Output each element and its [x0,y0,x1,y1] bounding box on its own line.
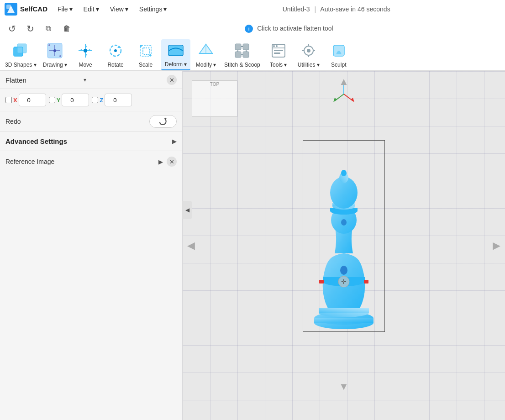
utilities-label: Utilities ▾ [298,62,320,68]
tool-modify[interactable]: Modify ▾ [191,39,221,70]
svg-rect-31 [235,44,241,50]
deform-icon [167,41,185,59]
3d-shapes-label: 3D Shapes ▾ [5,62,37,68]
tool-move[interactable]: Move [71,39,100,70]
z-label: Z [100,97,103,104]
tools-icon [269,42,288,60]
viewport-inset: TOP [192,80,237,117]
secondary-toolbar: ↺ ↻ ⧉ 🗑 i Click to activate flatten tool [0,18,505,39]
advanced-settings-section[interactable]: Advanced Settings ▶ [0,131,182,151]
xyz-row: X Y Z [0,89,182,111]
panel-header: Flatten ▾ ✕ [0,71,182,89]
tool-stitch-scoop[interactable]: Stitch & Scoop [221,39,263,70]
menu-file[interactable]: File ▾ [52,0,78,18]
reference-image-arrow[interactable]: ▶ [158,158,163,165]
nav-arrow-bottom[interactable]: ▼ [339,381,349,393]
utilities-icon [300,42,318,60]
logo-icon [5,3,17,16]
redo-row: Redo [0,111,182,131]
logo-text: SelfCAD [20,5,47,13]
svg-point-11 [59,55,61,57]
svg-marker-30 [200,44,212,53]
svg-rect-34 [243,52,249,58]
svg-rect-33 [235,52,241,58]
flatten-dropdown-arrow[interactable]: ▾ [84,77,86,83]
advanced-settings-arrow: ▶ [172,138,177,145]
scale-label: Scale [139,62,153,68]
redo-button[interactable] [149,115,177,128]
redo-toolbar-button[interactable]: ↻ [22,21,38,37]
x-axis-group: X [5,94,46,106]
reference-image-label: Reference Image [5,158,158,165]
stitch-scoop-icon [233,42,251,60]
svg-rect-32 [243,44,249,50]
x-checkbox[interactable] [5,97,12,103]
panel-close-button[interactable]: ✕ [167,75,177,85]
app-logo[interactable]: SelfCAD [5,3,47,16]
z-checkbox[interactable] [92,97,98,103]
main-layout: Flatten ▾ ✕ X Y Z Redo [0,71,505,420]
delete-button[interactable]: 🗑 [58,21,75,37]
tool-sculpt[interactable]: Sculpt [324,39,353,70]
svg-point-41 [273,45,275,47]
menu-view[interactable]: View ▾ [105,0,134,18]
svg-point-9 [53,49,56,52]
rotate-icon [106,42,125,60]
copy-button[interactable]: ⧉ [40,21,57,37]
z-input[interactable] [105,94,132,106]
svg-marker-23 [140,45,143,48]
chess-piece-wrapper: ✛ [303,140,385,332]
svg-point-50 [307,49,310,52]
svg-rect-44 [274,52,280,54]
drawing-icon [46,42,64,60]
tools-bar: 3D Shapes ▾ Drawing ▾ [0,39,505,71]
canvas-area[interactable]: TOP ▲ ▼ ◀ ▶ [183,71,505,420]
info-icon: i [245,25,253,33]
svg-rect-21 [143,48,149,54]
svg-point-10 [48,44,50,46]
tool-deform[interactable]: Deform ▾ [161,39,190,70]
y-checkbox[interactable] [49,97,55,103]
toolbar-info: i Click to activate flatten tool [77,25,501,33]
menu-edit[interactable]: Edit ▾ [78,0,105,18]
tool-tools[interactable]: Tools ▾ [264,39,293,70]
nav-arrow-left[interactable]: ◀ [187,240,195,252]
scale-icon [137,42,155,60]
tool-3d-shapes[interactable]: 3D Shapes ▾ [2,39,39,70]
tools-label: Tools ▾ [270,62,287,68]
panel-title: Flatten [5,76,81,84]
document-title: Untitled-3 | Auto-save in 46 seconds [172,5,500,13]
tool-drawing[interactable]: Drawing ▾ [40,39,70,70]
undo-button[interactable]: ↺ [4,21,20,37]
move-label: Move [79,62,92,68]
svg-point-42 [276,45,278,47]
menu-settings[interactable]: Settings ▾ [134,0,173,18]
redo-icon [158,117,168,126]
deform-label: Deform ▾ [165,61,187,68]
left-panel: Flatten ▾ ✕ X Y Z Redo [0,71,183,420]
nav-arrow-top[interactable]: ▲ [339,76,349,88]
panel-collapse-button[interactable]: ◀ [183,201,192,219]
chess-piece-container: ✛ [303,140,385,332]
y-input[interactable] [62,94,89,106]
viewport-label: TOP [192,81,237,87]
reference-image-close-button[interactable]: ✕ [167,157,177,167]
svg-point-18 [84,49,87,52]
x-input[interactable] [19,94,46,106]
sculpt-label: Sculpt [331,62,346,68]
redo-label: Redo [5,118,149,125]
tool-utilities[interactable]: Utilities ▾ [294,39,323,70]
svg-rect-2 [6,5,11,9]
svg-point-20 [114,49,117,52]
advanced-settings-label: Advanced Settings [5,137,172,145]
nav-arrow-right[interactable]: ▶ [493,240,500,252]
reference-image-section: Reference Image ▶ ✕ [0,151,182,172]
svg-rect-4 [17,44,26,53]
stitch-scoop-label: Stitch & Scoop [224,62,260,68]
tool-scale[interactable]: Scale [131,39,160,70]
y-label: Y [57,97,61,104]
tool-rotate[interactable]: Rotate [101,39,130,70]
svg-rect-25 [169,46,183,56]
modify-icon [197,42,215,60]
sculpt-icon [330,42,348,60]
